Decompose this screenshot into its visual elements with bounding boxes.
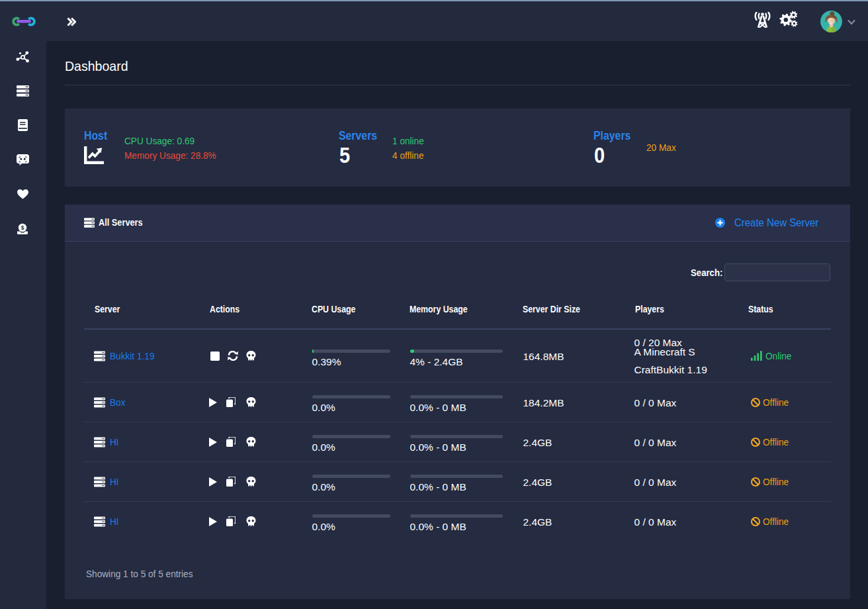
- svg-text:$: $: [21, 224, 24, 231]
